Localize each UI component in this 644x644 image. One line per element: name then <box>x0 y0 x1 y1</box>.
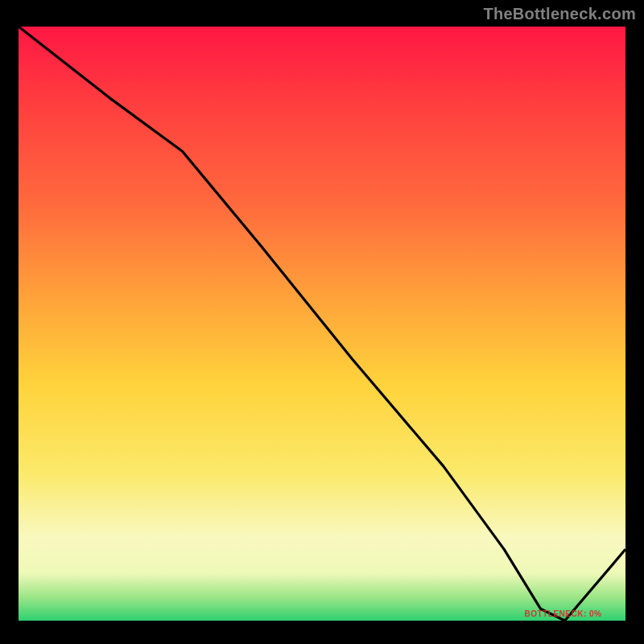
line-chart-svg <box>19 27 625 621</box>
plot-area: BOTTLENECK: 0% <box>16 24 628 623</box>
bottleneck-curve-line <box>19 27 625 621</box>
chart-frame: TheBottleneck.com BOTTLENECK: 0% <box>0 0 644 644</box>
watermark-text: TheBottleneck.com <box>483 5 636 23</box>
optimal-point-label: BOTTLENECK: 0% <box>525 609 602 618</box>
